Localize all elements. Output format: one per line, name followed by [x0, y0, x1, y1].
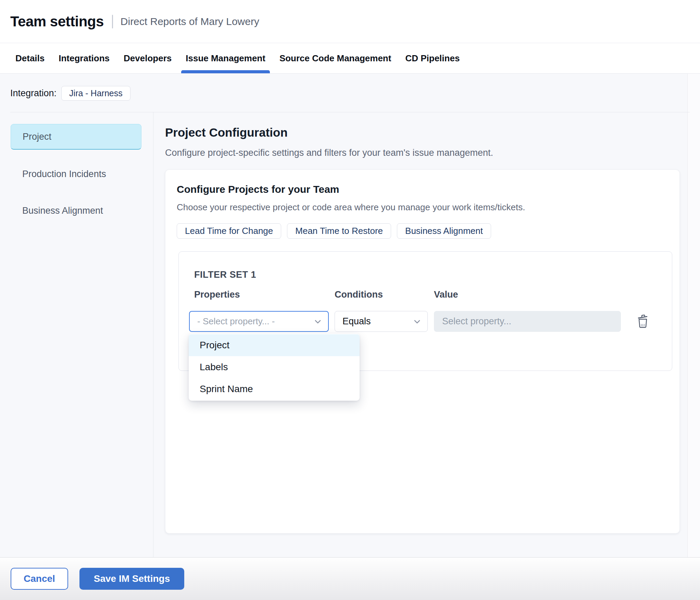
section-title: Project Configuration	[165, 126, 288, 139]
condition-select[interactable]: Equals	[335, 311, 428, 332]
column-label-properties: Properties	[194, 289, 240, 300]
sidebar-item-project[interactable]: Project	[11, 124, 141, 150]
dropdown-option-project[interactable]: Project	[189, 334, 360, 356]
save-im-settings-button[interactable]: Save IM Settings	[79, 568, 184, 590]
scroll-gutter	[687, 74, 700, 557]
property-select[interactable]: - Select property... -	[189, 311, 329, 332]
title-separator	[112, 15, 113, 28]
filter-set-title: FILTER SET 1	[194, 270, 256, 280]
tab-details[interactable]: Details	[15, 43, 45, 73]
property-select-placeholder: - Select property... -	[197, 316, 275, 327]
tab-cd-pipelines[interactable]: CD Pipelines	[405, 43, 460, 73]
horizontal-divider	[10, 112, 690, 112]
section-description: Configure project-specific settings and …	[165, 148, 493, 158]
sidebar-item-label: Project	[23, 132, 51, 142]
tab-issue-management[interactable]: Issue Management	[186, 43, 265, 73]
card-description: Choose your respective project or code a…	[177, 202, 525, 213]
sidebar-item-label: Production Incidents	[22, 169, 106, 179]
dropdown-option-labels[interactable]: Labels	[189, 356, 360, 378]
trash-icon	[636, 314, 649, 329]
delete-filter-button[interactable]	[635, 313, 651, 330]
integration-chip[interactable]: Jira - Harness	[61, 86, 130, 101]
dropdown-option-sprint-name[interactable]: Sprint Name	[189, 378, 360, 400]
chip-lead-time-for-change[interactable]: Lead Time for Change	[177, 223, 281, 239]
column-label-conditions: Conditions	[335, 289, 383, 300]
sidebar-item-production-incidents[interactable]: Production Incidents	[11, 161, 141, 187]
card-title: Configure Projects for your Team	[177, 184, 339, 195]
tab-integrations[interactable]: Integrations	[59, 43, 110, 73]
tab-bar: Details Integrations Developers Issue Ma…	[0, 43, 700, 74]
integration-row: Integration: Jira - Harness	[10, 86, 130, 101]
metric-chips-row: Lead Time for Change Mean Time to Restor…	[177, 223, 491, 239]
sidebar-item-business-alignment[interactable]: Business Alignment	[11, 198, 141, 224]
team-settings-page: Team settings Direct Reports of Mary Low…	[0, 0, 700, 600]
value-input[interactable]	[434, 311, 621, 332]
chevron-down-icon	[413, 317, 421, 326]
configure-projects-card: Configure Projects for your Team Choose …	[165, 170, 680, 534]
sidebar-divider	[153, 112, 153, 557]
sidebar-item-label: Business Alignment	[22, 205, 103, 216]
tab-developers[interactable]: Developers	[124, 43, 172, 73]
footer-bar: Cancel Save IM Settings	[0, 557, 700, 600]
page-subtitle: Direct Reports of Mary Lowery	[121, 16, 259, 27]
page-title: Team settings	[10, 13, 104, 30]
chip-business-alignment[interactable]: Business Alignment	[397, 223, 491, 239]
property-dropdown: Project Labels Sprint Name	[189, 334, 360, 401]
chip-mean-time-to-restore[interactable]: Mean Time to Restore	[287, 223, 391, 239]
tab-source-code-management[interactable]: Source Code Management	[279, 43, 391, 73]
condition-select-value: Equals	[342, 316, 371, 327]
column-label-value: Value	[434, 289, 458, 300]
integration-label: Integration:	[10, 88, 57, 99]
page-header: Team settings Direct Reports of Mary Low…	[0, 0, 700, 43]
cancel-button[interactable]: Cancel	[11, 568, 68, 590]
content-area: Integration: Jira - Harness Project Prod…	[0, 74, 700, 557]
chevron-down-icon	[314, 317, 322, 326]
